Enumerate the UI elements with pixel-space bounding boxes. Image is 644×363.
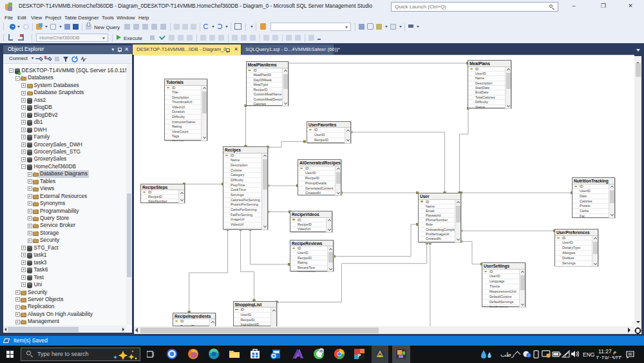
svg-text:i: i <box>528 353 529 357</box>
svg-text:P: P <box>358 353 361 358</box>
svg-text:99: 99 <box>320 349 323 353</box>
